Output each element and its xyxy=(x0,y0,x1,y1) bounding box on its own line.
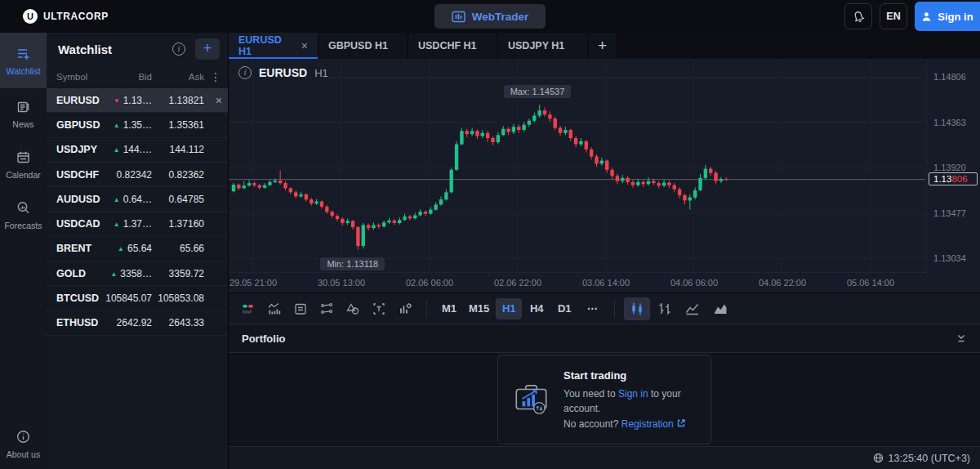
timeframe-⋯[interactable]: ⋯ xyxy=(579,298,605,319)
brand-logo: U ULTRACORP xyxy=(0,9,109,24)
chart-settings-button[interactable] xyxy=(392,297,418,320)
close-tab-icon[interactable]: × xyxy=(301,39,308,52)
watchlist-row-eurusd[interactable]: EURUSD▼1.13…1.13821× xyxy=(47,88,228,113)
time-tick: 02.06 22:00 xyxy=(494,278,541,288)
time-tick: 03.06 14:00 xyxy=(582,278,630,288)
price-tick: 1.14363 xyxy=(933,118,966,127)
time-tick: 30.05 13:00 xyxy=(318,278,365,288)
timeframe-m15[interactable]: M15 xyxy=(464,298,494,319)
tab-eurusd-h1[interactable]: EURUSD H1× xyxy=(229,33,318,59)
watchlist-title: Watchlist xyxy=(58,42,163,56)
timeframe-h1[interactable]: H1 xyxy=(496,298,522,319)
sidebar-item-news[interactable]: News xyxy=(0,88,47,139)
journal-button[interactable] xyxy=(287,297,314,320)
chart-pane: Max: 1.14537Min: 1.13118 i EURUSD H1 1.1… xyxy=(229,59,980,293)
add-symbol-button[interactable]: + xyxy=(195,38,220,60)
price-tick: 1.14806 xyxy=(933,72,966,82)
ask-cell: 65.66 xyxy=(152,243,204,254)
up-triangle-icon: ▲ xyxy=(110,270,117,278)
timeframe-h4[interactable]: H4 xyxy=(523,298,550,319)
chart-type-bars-button[interactable] xyxy=(652,297,678,320)
symbol-cell: USDCHF xyxy=(56,169,104,181)
watchlist-row-audusd[interactable]: AUDUSD▲0.64…0.64785 xyxy=(47,187,228,212)
shapes-button[interactable] xyxy=(340,297,366,320)
toolbar-divider xyxy=(426,299,427,319)
price-tick: 1.13920 xyxy=(933,163,966,172)
ask-cell: 3359.72 xyxy=(152,268,204,279)
bid-cell: ▲0.64… xyxy=(104,194,152,205)
signin-button[interactable]: Sign in xyxy=(915,2,980,31)
time-axis[interactable]: 29.05 21:0030.05 13:0002.06 06:0002.06 2… xyxy=(229,272,926,293)
bid-cell: ▲3358… xyxy=(104,268,152,279)
chart-symbol-info: i EURUSD H1 xyxy=(238,66,328,79)
portfolio-header[interactable]: Portfolio xyxy=(229,324,980,353)
timeframe-m1[interactable]: M1 xyxy=(436,298,462,319)
chart-plot[interactable]: Max: 1.14537Min: 1.13118 xyxy=(229,59,926,272)
symbol-cell: GBPUSD xyxy=(56,119,104,131)
display-mode-button[interactable] xyxy=(235,297,261,320)
ask-cell: 1.13821 xyxy=(152,95,204,106)
ask-cell: 144.112 xyxy=(152,144,204,155)
sidebar-item-calendar[interactable]: Calendar xyxy=(0,139,47,190)
ask-cell: 2643.33 xyxy=(152,317,204,328)
watchlist-row-brent[interactable]: BRENT▲65.6465.66 xyxy=(47,237,228,261)
signin-link[interactable]: Sign in xyxy=(618,388,648,400)
registration-link[interactable]: Registration xyxy=(621,418,674,430)
time-tick: 05.06 14:00 xyxy=(847,278,894,288)
watchlist-rows: EURUSD▼1.13…1.13821×GBPUSD▲1.35…1.35361U… xyxy=(47,88,228,469)
trend-lines-button[interactable] xyxy=(314,297,340,320)
chart-type-area-button[interactable] xyxy=(707,297,733,320)
add-tab-button[interactable]: + xyxy=(588,33,617,59)
sidebar-item-watchlist[interactable]: Watchlist xyxy=(0,33,47,88)
symbol-cell: BTCUSD xyxy=(56,293,104,304)
forecasts-icon xyxy=(16,200,31,216)
collapse-panel-icon[interactable] xyxy=(956,333,967,344)
briefcase-chart-icon xyxy=(511,382,552,418)
max-price-label: Max: 1.14537 xyxy=(504,85,572,98)
up-triangle-icon: ▲ xyxy=(118,245,124,252)
tab-gbpusd-h1[interactable]: GBPUSD H1 xyxy=(318,33,408,59)
watchlist-row-ethusd[interactable]: ETHUSD2642.922643.33 xyxy=(47,311,228,336)
bid-cell: 0.82342 xyxy=(104,169,152,181)
webtrader-button[interactable]: WebTrader xyxy=(434,4,546,29)
watchlist-row-usdjpy[interactable]: USDJPY▲144.…144.112 xyxy=(47,138,228,163)
indicators-button[interactable] xyxy=(261,297,287,320)
ask-cell: 105853.08 xyxy=(152,293,204,304)
watchlist-info-icon[interactable]: i xyxy=(172,42,185,56)
ask-cell: 1.37160 xyxy=(152,218,204,230)
portfolio-body: Start trading You need to Sign in to you… xyxy=(229,353,980,446)
tab-usdjpy-h1[interactable]: USDJPY H1 xyxy=(498,33,588,59)
watchlist-row-usdcad[interactable]: USDCAD▲1.37…1.37160 xyxy=(47,212,228,236)
sidebar-item-forecasts[interactable]: Forecasts xyxy=(0,190,47,240)
time-tick: 04.06 22:00 xyxy=(759,278,806,288)
watchlist-row-btcusd[interactable]: BTCUSD105845.07105853.08 xyxy=(47,286,228,310)
timeframe-group: M1M15H1H4D1⋯ xyxy=(435,298,606,319)
price-axis[interactable]: 1.148061.143631.139201.134771.130341.138… xyxy=(926,59,980,272)
time-tick: 04.06 06:00 xyxy=(670,278,718,288)
bell-icon xyxy=(852,10,866,24)
watchlist-row-usdchf[interactable]: USDCHF0.823420.82362 xyxy=(47,163,228,187)
server-clock: 13:25:40 (UTC+3) xyxy=(889,453,970,464)
price-tick: 1.13477 xyxy=(933,208,966,218)
remove-symbol-icon[interactable]: × xyxy=(216,94,222,107)
tab-usdchf-h1[interactable]: USDCHF H1 xyxy=(408,33,498,59)
symbol-cell: ETHUSD xyxy=(56,317,104,328)
language-button[interactable]: EN xyxy=(880,3,907,29)
timeframe-d1[interactable]: D1 xyxy=(551,298,577,319)
watchlist-panel: Watchlist i + Symbol Bid Ask ⋮ EURUSD▼1.… xyxy=(47,33,229,469)
chart-type-line-button[interactable] xyxy=(679,297,706,320)
chart-toolbar: M1M15H1H4D1⋯ xyxy=(229,293,980,324)
bid-cell: ▲65.64 xyxy=(104,243,152,254)
watchlist-row-gold[interactable]: GOLD▲3358…3359.72 xyxy=(47,261,228,286)
chart-type-candlestick-button[interactable] xyxy=(624,297,650,320)
text-tool-button[interactable] xyxy=(366,297,392,320)
bid-cell: ▼1.13… xyxy=(104,95,152,106)
symbol-cell: EURUSD xyxy=(56,95,104,106)
watchlist-row-gbpusd[interactable]: GBPUSD▲1.35…1.35361 xyxy=(47,113,228,137)
timezone-globe-icon[interactable] xyxy=(873,453,884,463)
symbol-info-icon[interactable]: i xyxy=(238,66,252,79)
notifications-button[interactable] xyxy=(844,3,872,29)
watchlist-options-icon[interactable]: ⋮ xyxy=(204,70,221,83)
watchlist-column-headers: Symbol Bid Ask ⋮ xyxy=(47,65,228,88)
sidebar-item-about[interactable]: About us xyxy=(0,418,47,469)
